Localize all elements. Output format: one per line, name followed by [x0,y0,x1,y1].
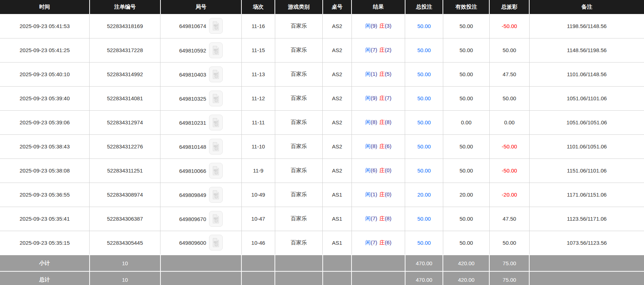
game-type-cell: 百家乐 [275,158,322,183]
banker-result-score: (6) [385,143,391,149]
player-result-label: 闲 [365,215,371,221]
remark-cell: 1101.06/1148.56 [529,62,644,86]
subtotal-empty-round [160,255,242,271]
session-cell: 11-11 [241,110,275,134]
video-replay-button[interactable] [209,163,223,179]
session-cell: 10-47 [241,207,275,231]
total-bet-cell: 50.00 [405,38,443,62]
total-payout: 75.00 [489,271,529,285]
remark-cell: 1148.56/1198.56 [529,38,644,62]
valid-bet-cell: 50.00 [443,231,489,255]
total-bet-cell: 50.00 [405,231,443,255]
valid-bet-cell: 50.00 [443,207,489,231]
bet-id-cell: 522834317228 [90,38,160,62]
session-cell: 11-13 [241,62,275,86]
player-result-score: (7) [371,239,377,245]
table-row: 2025-09-23 05:35:15 522834305445 6498096… [0,231,644,255]
game-type-cell: 百家乐 [275,38,322,62]
player-result-label: 闲 [365,95,371,101]
total-empty-table [323,271,352,285]
remark-cell: 1123.56/1171.06 [529,207,644,231]
video-replay-button[interactable] [209,18,223,34]
total-bet-link[interactable]: 50.00 [417,95,431,101]
bet-id-cell: 522834306387 [90,207,160,231]
banker-result-label: 庄 [380,167,385,173]
total-bet-cell: 50.00 [405,62,443,86]
total-empty-round [160,271,242,285]
table-no-cell: AS2 [323,134,352,158]
total-bet-link[interactable]: 50.00 [417,71,431,77]
col-header-time: 时间 [0,0,90,14]
total-empty-session [241,271,275,285]
valid-bet-cell: 50.00 [443,38,489,62]
banker-result-label: 庄 [380,47,385,53]
bet-id-cell: 522834314992 [90,62,160,86]
video-replay-button[interactable] [209,115,223,130]
video-file-icon [212,70,220,79]
payout-cell: -20.00 [489,183,529,207]
video-file-icon [212,94,220,103]
video-file-icon [212,238,220,247]
round-id: 649810231 [179,119,206,125]
total-bet-cell: 50.00 [405,158,443,183]
game-type-cell: 百家乐 [275,14,322,38]
game-type-cell: 百家乐 [275,86,322,110]
subtotal-empty-table [323,255,352,271]
total-bet-cell: 50.00 [405,86,443,110]
video-replay-button[interactable] [209,91,223,106]
round-cell: 649810148 [160,134,242,158]
video-file-icon [212,166,220,175]
video-file-icon [212,142,220,151]
total-empty-game [275,271,322,285]
banker-result-score: (5) [385,71,391,77]
session-cell: 11-16 [241,14,275,38]
video-replay-button[interactable] [209,66,223,82]
col-header-session: 场次 [241,0,275,14]
bet-id-cell: 522834305445 [90,231,160,255]
payout-cell: 50.00 [489,86,529,110]
valid-bet-cell: 50.00 [443,14,489,38]
subtotal-label: 小计 [0,255,90,271]
video-replay-button[interactable] [209,139,223,155]
valid-bet-cell: 50.00 [443,134,489,158]
total-bet-cell: 50.00 [405,14,443,38]
payout-cell: -50.00 [489,134,529,158]
total-valid-bet: 420.00 [443,271,489,285]
banker-result-score: (8) [385,215,391,221]
total-bet-link[interactable]: 50.00 [417,23,431,29]
table-row: 2025-09-23 05:35:41 522834306387 6498096… [0,207,644,231]
result-cell: 闲(1)庄(0) [352,183,405,207]
total-bet-link[interactable]: 50.00 [417,240,431,246]
result-cell: 闲(9)庄(7) [352,86,405,110]
valid-bet-cell: 0.00 [443,110,489,134]
col-header-result: 结果 [352,0,405,14]
col-header-payout: 总派彩 [489,0,529,14]
round-cell: 649810325 [160,86,242,110]
total-bet-link[interactable]: 20.00 [417,192,431,198]
time-cell: 2025-09-23 05:40:10 [0,62,90,86]
table-no-cell: AS2 [323,38,352,62]
total-bet-cell: 50.00 [405,110,443,134]
subtotal-empty-remark [529,255,644,271]
video-replay-button[interactable] [209,42,223,58]
video-replay-button[interactable] [209,187,223,203]
table-no-cell: AS2 [323,158,352,183]
total-bet-link[interactable]: 50.00 [417,47,431,53]
total-empty-result [352,271,405,285]
table-row: 2025-09-23 05:41:53 522834318169 6498106… [0,14,644,38]
video-replay-button[interactable] [209,235,223,250]
banker-result-score: (2) [385,47,391,53]
total-bet-link[interactable]: 50.00 [417,167,431,174]
bet-id-cell: 522834314081 [90,86,160,110]
banker-result-label: 庄 [380,215,385,221]
time-cell: 2025-09-23 05:39:06 [0,110,90,134]
total-bet-link[interactable]: 50.00 [417,143,431,150]
player-result-score: (6) [371,167,377,173]
total-bet-link[interactable]: 50.00 [417,216,431,222]
game-type-cell: 百家乐 [275,207,322,231]
player-result-label: 闲 [365,71,371,77]
video-replay-button[interactable] [209,211,223,227]
player-result-label: 闲 [365,167,371,173]
total-bet-link[interactable]: 50.00 [417,119,431,125]
table-row: 2025-09-23 05:41:25 522834317228 6498105… [0,38,644,62]
